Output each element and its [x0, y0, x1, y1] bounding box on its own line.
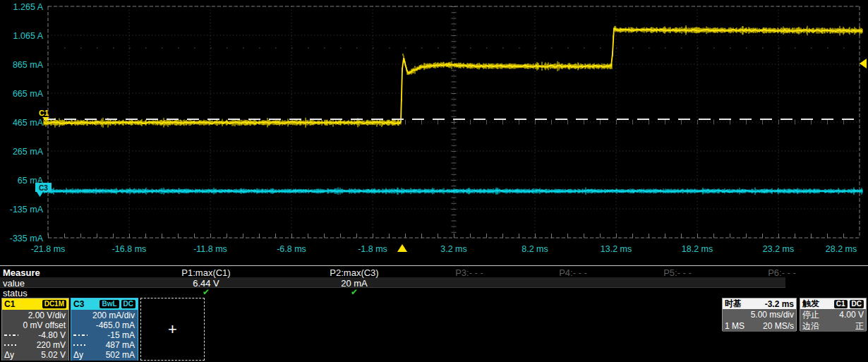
c3-body: 200 mA/div -465.0 mA -15 mA 487 mA Δy 50…	[71, 310, 138, 361]
y-axis-label: 1.065 A	[13, 31, 44, 41]
measure-param-label[interactable]: P2:max(C3)	[330, 267, 378, 278]
x-axis-label: 23.2 ms	[763, 244, 794, 254]
measure-param-label[interactable]: P4:- - -	[559, 267, 587, 278]
timebase-descriptor[interactable]: 时基 -3.2 ms 5.00 ms/div 1 MS 20 MS/s	[722, 298, 797, 331]
c1-name: C1	[4, 299, 15, 309]
c1-dy-value: 5.02 V	[41, 350, 66, 360]
timebase-samples: 1 MS	[725, 320, 745, 332]
y-axis-label: 665 mA	[13, 89, 44, 99]
c1-dy-label: Δy	[4, 350, 14, 360]
x-axis-label: -21.8 ms	[31, 244, 66, 254]
measure-status-check: ✔	[203, 287, 210, 297]
oscilloscope-screen: C1C31.265 A1.065 A865 mA665 mA465 mA265 …	[0, 0, 868, 362]
y-axis-label: 865 mA	[13, 60, 44, 70]
dotted-cursor-icon	[73, 344, 88, 346]
plus-icon: +	[168, 320, 177, 339]
c3-dy-label: Δy	[73, 350, 83, 360]
c3-vdiv: 200 mA/div	[73, 310, 135, 320]
measure-param-label[interactable]: P3:- - -	[455, 267, 483, 278]
c3-header[interactable]: C3 BwL DC	[71, 298, 138, 310]
timebase-delay: -3.2 ms	[742, 299, 794, 309]
dotted-cursor-icon	[4, 344, 18, 346]
trigger-level-marker[interactable]	[860, 59, 867, 68]
channel-c3-descriptor[interactable]: C3 BwL DC 200 mA/div -465.0 mA -15 mA 48…	[71, 298, 138, 361]
trigger-mode: 停止	[802, 309, 819, 320]
timebase-body: 5.00 ms/div 1 MS 20 MS/s	[723, 309, 796, 332]
c1-body: 2.00 V/div 0 mV offset -4.80 V 220 mV Δy…	[2, 310, 68, 361]
status-row-label: status	[3, 288, 28, 298]
x-axis-label: -11.8 ms	[193, 244, 227, 254]
x-axis-label: 28.2 ms	[826, 244, 857, 254]
trigger-level: 4.00 V	[839, 309, 864, 320]
x-axis-label: 3.2 ms	[440, 244, 467, 254]
c1-offset: 0 mV offset	[4, 320, 66, 330]
trigger-source-badge: C1	[834, 300, 848, 308]
timebase-title: 时基	[725, 298, 742, 310]
y-axis-label: 65 mA	[18, 176, 44, 186]
measure-status-check: ✔	[351, 287, 358, 297]
trigger-header[interactable]: 触发 C1 DC	[800, 298, 866, 309]
c3-trace-arrow	[37, 192, 43, 197]
measure-row-label: Measure	[3, 267, 40, 278]
x-axis-label: -16.8 ms	[112, 244, 147, 254]
waveform-plot[interactable]: C1C31.265 A1.065 A865 mA665 mA465 mA265 …	[0, 0, 868, 261]
channel-c1-descriptor[interactable]: C1 DC1M 2.00 V/div 0 mV offset -4.80 V 2…	[1, 298, 69, 361]
c3-cursor1-value: -15 mA	[88, 330, 135, 340]
y-axis-label: -135 mA	[10, 205, 44, 215]
trigger-slope: 正	[855, 320, 864, 332]
c3-offset: -465.0 mA	[73, 320, 135, 330]
c1-header[interactable]: C1 DC1M	[2, 298, 68, 310]
c3-cursor2-value: 487 mA	[88, 340, 135, 350]
dashdot-cursor-icon	[73, 334, 88, 336]
trigger-title: 触发	[802, 298, 819, 310]
measure-separator	[0, 265, 868, 266]
c1-trace-label: C1	[39, 109, 49, 117]
y-axis-label: 265 mA	[13, 147, 44, 157]
x-axis-label: 13.2 ms	[601, 244, 632, 254]
y-axis-label: 1.265 A	[13, 2, 44, 12]
timebase-scale: 5.00 ms/div	[751, 309, 794, 320]
add-trace-box[interactable]: +	[140, 298, 205, 361]
c3-dy-value: 502 mA	[106, 350, 135, 360]
trigger-body: 停止 4.00 V 边沿 正	[800, 309, 866, 332]
trigger-slope-label: 边沿	[802, 320, 819, 332]
measure-param-label[interactable]: P5:- - -	[663, 267, 692, 278]
c3-trace-noise	[44, 188, 862, 195]
trigger-time-marker[interactable]	[397, 244, 407, 252]
measure-value-band	[0, 277, 785, 288]
c1-cursor2-value: 220 mV	[18, 340, 66, 350]
c3-bwl-badge: BwL	[100, 300, 119, 308]
y-axis-label: -335 mA	[10, 234, 44, 243]
x-axis-label: 8.2 ms	[522, 244, 548, 254]
measure-param-label[interactable]: P6:- - -	[768, 267, 796, 278]
x-axis-label: 18.2 ms	[682, 244, 713, 254]
dashdot-cursor-icon	[4, 334, 18, 336]
trigger-coupling-badge: DC	[850, 300, 864, 308]
c3-coupling-badge: DC	[121, 300, 135, 308]
x-axis-label: -1.8 ms	[358, 244, 387, 254]
x-axis-label: -6.8 ms	[277, 244, 306, 254]
timebase-rate: 20 MS/s	[763, 320, 794, 332]
y-axis-label: 465 mA	[13, 118, 44, 128]
measure-param-label[interactable]: P1:max(C1)	[181, 267, 230, 278]
value-row-label: value	[3, 278, 25, 289]
c1-vdiv: 2.00 V/div	[4, 310, 66, 320]
timebase-header[interactable]: 时基 -3.2 ms	[723, 298, 796, 309]
c3-name: C3	[73, 299, 84, 309]
trigger-descriptor[interactable]: 触发 C1 DC 停止 4.00 V 边沿 正	[800, 298, 867, 331]
c1-cursor1-value: -4.80 V	[18, 330, 66, 340]
c1-coupling-badge: DC1M	[42, 300, 66, 308]
